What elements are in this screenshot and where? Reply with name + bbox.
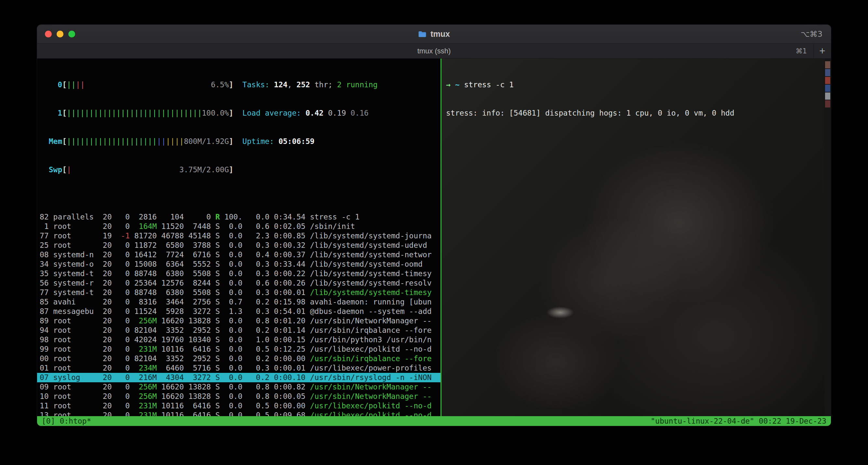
- cell-time: 0:00.10: [274, 373, 306, 382]
- cell-user: root: [53, 345, 94, 354]
- cell-pri: 20: [98, 373, 112, 382]
- cell-virt: 82104: [134, 326, 157, 335]
- scrollbar[interactable]: [825, 59, 831, 416]
- terminal-content: 0[||||6.5%] 1[||||||||||||||||||||||||||…: [37, 59, 831, 426]
- cell-mem: 0.3: [251, 364, 269, 373]
- window-title: tmux: [430, 29, 450, 39]
- process-row[interactable]: 1 root 20 0 164M 11520 7448 S 0.0 0.6 0:…: [37, 222, 440, 231]
- cell-cpu: 0.0: [224, 392, 247, 401]
- process-row[interactable]: 94 root 20 0 82104 3352 2952 S 0.0 0.2 0…: [37, 326, 440, 335]
- cell-pri: 20: [98, 354, 112, 364]
- cell-res: 5928: [161, 307, 184, 316]
- process-row[interactable]: 77 systemd-t 20 0 88748 6380 5508 S 0.0 …: [37, 288, 440, 297]
- cell-ni: 0: [116, 411, 130, 416]
- tmux-session-window[interactable]: [0] 0:htop*: [42, 416, 91, 426]
- cell-res: 3352: [161, 354, 184, 364]
- cell-cpu: 0.0: [224, 373, 247, 382]
- cell-command: /usr/sbin/NetworkManager --: [310, 392, 440, 401]
- process-row[interactable]: 08 systemd-n 20 0 16412 7724 6716 S 0.0 …: [37, 250, 440, 260]
- cell-cpu: 0.0: [224, 269, 247, 279]
- process-row[interactable]: 89 root 20 0 256M 16620 13828 S 0.0 0.8 …: [37, 316, 440, 326]
- cell-user: systemd-o: [53, 260, 94, 269]
- cell-cpu: 0.0: [224, 279, 247, 288]
- process-row[interactable]: 87 messagebu 20 0 11524 5928 3272 S 1.3 …: [37, 307, 440, 316]
- process-row[interactable]: 07 syslog 20 0 216M 4304 3272 S 0.0 0.2 …: [37, 373, 440, 382]
- process-row[interactable]: 25 root 20 0 11872 6580 3788 S 0.0 0.3 0…: [37, 241, 440, 250]
- process-row[interactable]: 85 avahi 20 0 8316 3464 2756 S 0.7 0.2 0…: [37, 297, 440, 307]
- load-average-line: Load average: 0.42 0.19 0.16: [242, 109, 377, 118]
- process-row[interactable]: 56 systemd-r 20 0 25364 12576 8244 S 0.0…: [37, 279, 440, 288]
- cell-virt: 8316: [134, 297, 157, 307]
- cell-mem: 0.8: [251, 382, 269, 392]
- prompt-path: ~: [455, 81, 464, 89]
- process-row[interactable]: 13 root 20 0 231M 10116 6416 S 0.0 0.5 0…: [37, 411, 440, 416]
- process-row[interactable]: 77 root 19 -1 81720 46788 45148 S 0.0 2.…: [37, 231, 440, 241]
- cell-pid: 82: [40, 212, 49, 222]
- cell-ni: 0: [116, 222, 130, 231]
- cell-user: root: [53, 231, 94, 241]
- cell-res: 104: [161, 212, 184, 222]
- cell-virt: 11524: [134, 307, 157, 316]
- cell-res: 6364: [161, 260, 184, 269]
- cell-pri: 20: [98, 326, 112, 335]
- cell-time: 0:00.05: [274, 392, 306, 401]
- cell-shr: 2952: [188, 326, 211, 335]
- cell-pid: 09: [40, 382, 49, 392]
- uptime-line: Uptime: 05:06:59: [242, 137, 377, 146]
- cpu0-meter: 0[||||6.5%]: [49, 80, 234, 90]
- process-row[interactable]: 11 root 20 0 231M 10116 6416 S 0.0 0.5 0…: [37, 401, 440, 411]
- shell-command: stress -c 1: [464, 81, 514, 89]
- process-row[interactable]: 82 parallels 20 0 2816 104 0 R 100. 0.0 …: [37, 212, 440, 222]
- prompt-line: → ~ stress -c 1: [446, 80, 820, 90]
- cell-ni: 0: [116, 269, 130, 279]
- tab-title[interactable]: tmux (ssh): [417, 47, 451, 55]
- process-row[interactable]: 00 root 20 0 82104 3352 2952 S 0.0 0.2 0…: [37, 354, 440, 364]
- cell-mem: 0.3: [251, 260, 269, 269]
- cell-res: 6380: [161, 288, 184, 297]
- new-tab-button[interactable]: +: [813, 43, 831, 58]
- cell-cpu: 0.0: [224, 326, 247, 335]
- cell-command: /usr/sbin/NetworkManager --: [310, 316, 440, 326]
- process-row[interactable]: 99 root 20 0 231M 10116 6416 S 0.0 0.5 0…: [37, 345, 440, 354]
- scroll-mark: [825, 92, 830, 100]
- cell-user: root: [53, 364, 94, 373]
- cell-command: stress -c 1: [310, 212, 440, 222]
- folder-icon: [418, 31, 427, 38]
- cell-virt: 2816: [134, 212, 157, 222]
- titlebar: tmux ⌥⌘3: [37, 25, 831, 43]
- cell-res: 3464: [161, 297, 184, 307]
- process-row[interactable]: 34 systemd-o 20 0 15008 6364 5552 S 0.0 …: [37, 260, 440, 269]
- cell-command: /usr/bin/python3 /usr/bin/n: [310, 335, 440, 345]
- cell-pid: 01: [40, 364, 49, 373]
- cell-pri: 20: [98, 212, 112, 222]
- cell-command: /usr/sbin/irqbalance --fore: [310, 326, 440, 335]
- cell-cpu: 0.0: [224, 345, 247, 354]
- cell-time: 0:00.85: [274, 231, 306, 241]
- cell-shr: 8244: [188, 279, 211, 288]
- process-row[interactable]: 35 systemd-t 20 0 88748 6380 5508 S 0.0 …: [37, 269, 440, 279]
- cell-pid: 34: [40, 260, 49, 269]
- cell-time: 0:00.01: [274, 364, 306, 373]
- cell-time: 0:00.37: [274, 250, 306, 260]
- cell-virt: 231M: [134, 345, 157, 354]
- process-row[interactable]: 98 root 20 0 42024 19760 10340 S 0.0 1.0…: [37, 335, 440, 345]
- swap-meter: Swp[|3.75M/2.00G]: [49, 165, 234, 175]
- cell-state: S: [215, 411, 220, 416]
- cell-state: S: [215, 326, 220, 335]
- process-row[interactable]: 10 root 20 0 256M 16620 13828 S 0.0 0.8 …: [37, 392, 440, 401]
- cell-virt: 234M: [134, 364, 157, 373]
- cell-virt: 16412: [134, 250, 157, 260]
- cell-shr: 13828: [188, 392, 211, 401]
- scroll-mark: [825, 77, 830, 84]
- cell-time: 0:00.00: [274, 354, 306, 364]
- cell-pid: 89: [40, 316, 49, 326]
- cell-pid: 1: [40, 222, 49, 231]
- cell-mem: 0.8: [251, 392, 269, 401]
- cell-cpu: 1.3: [224, 307, 247, 316]
- cell-cpu: 0.7: [224, 297, 247, 307]
- cell-pid: 99: [40, 345, 49, 354]
- process-row[interactable]: 01 root 20 0 234M 6460 5716 S 0.0 0.3 0:…: [37, 364, 440, 373]
- cell-pri: 20: [98, 401, 112, 411]
- cell-res: 3352: [161, 326, 184, 335]
- process-row[interactable]: 09 root 20 0 256M 16620 13828 S 0.0 0.8 …: [37, 382, 440, 392]
